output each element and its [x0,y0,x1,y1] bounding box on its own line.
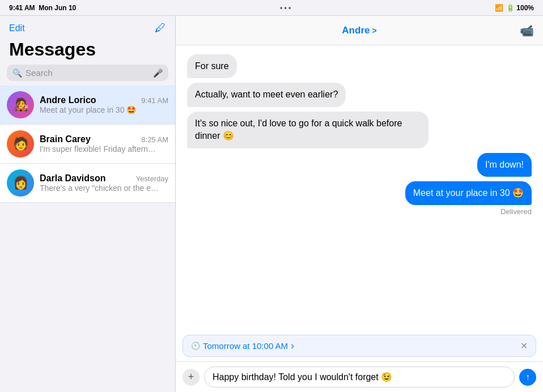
scheduled-text[interactable]: 🕙 Tomorrow at 10:00 AM › [191,340,294,352]
status-indicators: 📶 🔋 100% [495,4,534,12]
attach-button[interactable]: + [183,369,200,386]
sidebar-header: Edit 🖊 [0,16,175,37]
conv-preview-darla: There's a very "chicken or the egg" thin… [40,184,159,193]
conv-name-brain: Brain Carey [40,134,91,144]
app-container: Edit 🖊 Messages 🔍 Search 🎤 🧑‍🎤 Andre Lor… [0,16,543,392]
conv-preview-andre: Meet at your place in 30 🤩 [40,105,159,114]
conversation-item-darla[interactable]: 👩 Darla Davidson Yesterday There's a ver… [0,164,175,203]
search-icon: 🔍 [12,69,22,78]
chat-header: Andre > 📹 [176,16,543,45]
conv-name-darla: Darla Davidson [40,173,105,184]
battery-icon: 🔋 100% [506,4,534,12]
sidebar-title: Messages [0,37,175,65]
edit-button[interactable]: Edit [9,23,25,33]
avatar-andre: 🧑‍🎤 [7,91,34,118]
conversation-item-brain[interactable]: 🧑 Brain Carey 8:25 AM I'm super flexible… [0,125,175,164]
compose-input[interactable]: Happy birthday! Told you I wouldn't forg… [204,367,515,387]
conv-content-brain: Brain Carey 8:25 AM I'm super flexible! … [40,134,168,154]
search-mic-icon[interactable]: 🎤 [153,69,163,78]
search-input[interactable]: Search [26,68,150,78]
chat-contact-name[interactable]: Andre > [342,25,376,36]
scheduled-banner: 🕙 Tomorrow at 10:00 AM › ✕ [183,335,536,357]
video-call-button[interactable]: 📹 [520,24,534,37]
conv-name-andre: Andre Lorico [40,95,96,105]
conv-content-darla: Darla Davidson Yesterday There's a very … [40,173,168,193]
send-button[interactable]: ↑ [519,369,536,386]
chevron-icon: > [372,26,376,35]
search-bar[interactable]: 🔍 Search 🎤 [7,65,168,81]
status-time: 9:41 AM Mon Jun 10 [9,4,76,12]
conversation-item-andre[interactable]: 🧑‍🎤 Andre Lorico 9:41 AM Meet at your pl… [0,86,175,125]
conversation-list: 🧑‍🎤 Andre Lorico 9:41 AM Meet at your pl… [0,86,175,392]
conv-time-brain: 8:25 AM [141,135,168,144]
message-1: For sure [187,54,237,78]
compose-area: + Happy birthday! Told you I wouldn't fo… [176,361,543,392]
compose-icon[interactable]: 🖊 [155,22,166,35]
conv-preview-brain: I'm super flexible! Friday afternoon or … [40,144,159,154]
message-2: Actually, want to meet even earlier? [187,83,346,106]
messages-area: For sure Actually, want to meet even ear… [176,45,543,330]
avatar-darla: 👩 [7,169,34,197]
message-4: I'm down! [477,153,532,177]
avatar-brain: 🧑 [7,130,34,157]
conv-content-andre: Andre Lorico 9:41 AM Meet at your place … [40,95,168,114]
wifi-icon: 📶 [495,4,503,12]
delivered-status: Delivered [500,207,532,216]
message-5: Meet at your place in 30 🤩 [405,181,532,205]
scheduled-close-button[interactable]: ✕ [520,340,528,351]
message-3: It's so nice out, I'd love to go for a q… [187,112,429,148]
status-dots: • • • [280,4,291,12]
status-bar: 9:41 AM Mon Jun 10 • • • 📶 🔋 100% [0,0,543,16]
messages-sidebar: Edit 🖊 Messages 🔍 Search 🎤 🧑‍🎤 Andre Lor… [0,16,176,392]
conv-time-darla: Yesterday [136,174,168,183]
chat-panel: Andre > 📹 For sure Actually, want to mee… [176,16,543,392]
conv-time-andre: 9:41 AM [141,96,168,105]
